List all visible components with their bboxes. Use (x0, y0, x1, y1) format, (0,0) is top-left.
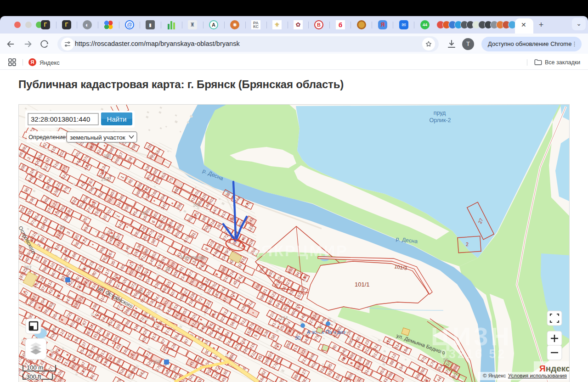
svg-text:22: 22 (138, 290, 143, 295)
svg-text:© Яндекс: © Яндекс (483, 373, 506, 378)
svg-text:земельный участок: земельный участок (70, 134, 125, 141)
svg-text:104: 104 (153, 360, 160, 365)
svg-text:101/1: 101/1 (355, 281, 370, 288)
svg-text:365: 365 (193, 202, 201, 208)
svg-text:ЛЯКРЦМИР: ЛЯКРЦМИР (249, 242, 348, 259)
svg-text:25: 25 (165, 267, 171, 272)
svg-text:Орлик-2: Орлик-2 (429, 117, 451, 124)
svg-text:Мичуринец: Мичуринец (181, 254, 206, 260)
svg-text:43: 43 (110, 235, 116, 240)
svg-text:Яндекс: Яндекс (539, 364, 569, 373)
svg-text:Условия использования: Условия использования (508, 373, 567, 378)
svg-text:Найти: Найти (107, 115, 127, 123)
svg-text:03216 52: 03216 52 (440, 347, 507, 361)
svg-text:2: 2 (466, 242, 469, 247)
svg-text:267: 267 (140, 211, 148, 216)
svg-text:Определение:: Определение: (28, 134, 67, 140)
svg-text:35: 35 (60, 225, 65, 230)
svg-text:267: 267 (24, 265, 32, 270)
svg-text:224: 224 (280, 316, 288, 321)
svg-text:пруд: пруд (434, 110, 446, 116)
svg-text:300 ft: 300 ft (26, 373, 41, 380)
svg-text:100 m: 100 m (27, 364, 43, 371)
svg-text:30: 30 (295, 335, 300, 341)
svg-text:292: 292 (101, 177, 109, 182)
svg-text:ЦИ3Н: ЦИ3Н (431, 322, 512, 351)
svg-text:388: 388 (103, 154, 111, 159)
svg-text:А зотик Па ч диз: А зотик Па ч диз (307, 329, 345, 335)
svg-text:32:28:0013801:440: 32:28:0013801:440 (31, 115, 90, 123)
